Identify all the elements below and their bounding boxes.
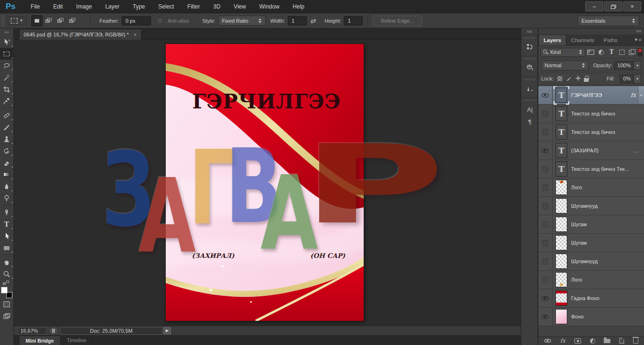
opacity-input[interactable]: 100%▼: [614, 61, 641, 70]
layer-name[interactable]: Лого: [571, 185, 644, 190]
tool-preset-picker[interactable]: ▼: [8, 17, 27, 25]
layer-row[interactable]: T (ЗАХИРАЛ) ...: [538, 142, 644, 160]
canvas[interactable]: ГЭРЧИЛГЭЭ (ЗАХИРАЛ) (ОН САР): [166, 44, 364, 321]
gradient-tool[interactable]: [0, 168, 14, 180]
drag-handle[interactable]: [524, 58, 535, 60]
brush-presets-panel-icon[interactable]: [521, 82, 538, 95]
layer-fx-badge[interactable]: fx: [631, 92, 636, 98]
layer-row[interactable]: Шугам: [538, 215, 644, 234]
layer-row[interactable]: Шугам: [538, 234, 644, 252]
layer-row[interactable]: Гадна Фоно: [538, 289, 644, 308]
foreground-background-swatches[interactable]: [1, 287, 12, 298]
workspace-select[interactable]: Essentials: [578, 16, 639, 26]
new-selection-button[interactable]: [31, 15, 43, 27]
path-selection-tool[interactable]: [0, 230, 14, 242]
feather-input[interactable]: 0 px: [122, 16, 151, 26]
layer-name[interactable]: Фоно: [571, 314, 644, 319]
lasso-tool[interactable]: [0, 60, 14, 71]
layer-row[interactable]: T Текстээ энд бичнэ Тек...: [538, 160, 644, 178]
swap-colors-icon[interactable]: [3, 281, 10, 285]
visibility-toggle[interactable]: [538, 215, 553, 233]
drag-handle[interactable]: [524, 79, 535, 80]
menu-layer[interactable]: Layer: [98, 1, 126, 12]
paragraph-panel-icon[interactable]: ¶: [521, 115, 538, 128]
layer-row[interactable]: Лого: [538, 271, 644, 289]
crop-tool[interactable]: [0, 83, 14, 95]
menu-view[interactable]: View: [227, 1, 253, 12]
blur-tool[interactable]: [0, 180, 14, 192]
link-layers-button[interactable]: [544, 336, 551, 345]
visibility-toggle[interactable]: [538, 160, 553, 178]
menu-help[interactable]: Help: [286, 1, 311, 12]
zoom-level-input[interactable]: 16,67%: [18, 327, 47, 335]
menu-window[interactable]: Window: [252, 1, 286, 12]
history-brush-tool[interactable]: [0, 145, 14, 157]
properties-3d-panel-icon[interactable]: [521, 62, 538, 74]
layer-name[interactable]: Лого: [571, 277, 644, 283]
menu-filter[interactable]: Filter: [181, 1, 207, 12]
new-adjustment-layer-button[interactable]: [590, 336, 595, 345]
visibility-toggle[interactable]: [538, 123, 553, 141]
layer-thumbnail[interactable]: T: [555, 124, 567, 140]
anti-alias-checkbox[interactable]: [157, 18, 163, 24]
layer-thumbnail[interactable]: [555, 254, 567, 269]
eyedropper-tool[interactable]: [0, 95, 14, 107]
status-page-icon[interactable]: [50, 327, 57, 334]
menu-edit[interactable]: Edit: [46, 1, 70, 12]
collapse-dock-icon[interactable]: ««: [521, 28, 537, 35]
layer-thumbnail[interactable]: [555, 217, 567, 232]
character-panel-icon[interactable]: A|: [521, 103, 538, 115]
tab-mini-bridge[interactable]: Mini Bridge: [19, 336, 61, 345]
layer-thumbnail[interactable]: T: [555, 161, 567, 177]
panel-menu-icon[interactable]: ▼≡: [634, 37, 642, 42]
visibility-toggle[interactable]: [538, 178, 553, 196]
layer-name[interactable]: (ЗАХИРАЛ): [571, 148, 634, 153]
layer-thumbnail[interactable]: [555, 235, 567, 250]
visibility-toggle[interactable]: [538, 234, 553, 252]
menu-select[interactable]: Select: [152, 1, 180, 12]
drag-handle[interactable]: [524, 99, 535, 101]
history-panel-icon[interactable]: [521, 41, 538, 53]
menu-type[interactable]: Type: [126, 1, 152, 12]
pasteboard[interactable]: ГЭРЧИЛГЭЭ (ЗАХИРАЛ) (ОН САР) З А Г В А Р: [14, 40, 521, 326]
pen-tool[interactable]: [0, 206, 14, 218]
tab-paths[interactable]: Paths: [599, 35, 622, 45]
tab-timeline[interactable]: Timeline: [61, 336, 93, 345]
dock-group-history[interactable]: [521, 35, 537, 56]
drag-handle[interactable]: [524, 37, 535, 39]
type-tool[interactable]: T: [0, 218, 14, 230]
spot-healing-brush-tool[interactable]: [0, 109, 14, 121]
layer-row[interactable]: Шугамнууд: [538, 252, 644, 271]
add-to-selection-button[interactable]: [43, 15, 54, 27]
document-tab[interactable]: 0645.psd @ 16,7% (ГЭРЧИЛГЭЭ, RGB/8#) * ×: [19, 29, 142, 40]
rectangle-shape-tool[interactable]: [0, 242, 14, 254]
tab-channels[interactable]: Channels: [566, 35, 599, 45]
filter-pixel-layers-button[interactable]: [587, 48, 596, 56]
menu-image[interactable]: Image: [70, 1, 98, 12]
tab-layers[interactable]: Layers: [538, 35, 566, 45]
layer-row[interactable]: Шугамнууд: [538, 197, 644, 215]
layer-style-button[interactable]: fx: [560, 336, 565, 345]
lock-transparent-pixels-icon[interactable]: [557, 76, 563, 81]
height-input[interactable]: 1: [344, 16, 363, 26]
clone-stamp-tool[interactable]: [0, 133, 14, 145]
dock-group-properties[interactable]: [521, 56, 537, 77]
delete-layer-button[interactable]: [633, 336, 638, 345]
visibility-toggle[interactable]: [538, 289, 553, 307]
layer-thumbnail[interactable]: T: [555, 88, 567, 103]
layer-name[interactable]: Текстээ энд бичнэ Тек...: [571, 166, 644, 172]
layer-name[interactable]: Текстээ энд бичнэ: [571, 129, 644, 135]
dock-group-type[interactable]: A| ¶: [521, 97, 537, 131]
status-flyout-arrow[interactable]: ▶: [163, 327, 171, 335]
layer-name[interactable]: Шугам: [571, 221, 644, 227]
filter-kind-select[interactable]: Kind: [540, 48, 585, 57]
filter-smart-objects-button[interactable]: [627, 48, 636, 56]
eraser-tool[interactable]: [0, 157, 14, 168]
lock-image-pixels-icon[interactable]: [566, 76, 572, 82]
layer-thumbnail[interactable]: T: [555, 106, 567, 121]
hand-tool[interactable]: [0, 256, 14, 268]
layer-name[interactable]: Шугам: [571, 240, 644, 246]
blend-mode-select[interactable]: Normal: [541, 61, 589, 71]
collapse-tools-icon[interactable]: »»: [4, 28, 9, 36]
filter-adjustment-layers-button[interactable]: [597, 48, 606, 56]
